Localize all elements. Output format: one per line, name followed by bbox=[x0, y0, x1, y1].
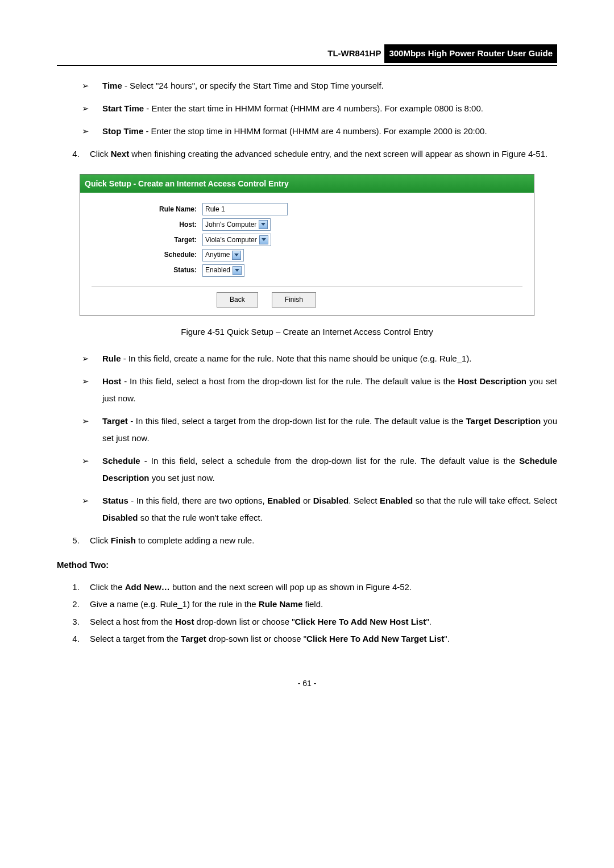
host-label: Host: bbox=[92, 217, 202, 232]
figure-4-51: Quick Setup - Create an Internet Access … bbox=[80, 174, 534, 316]
schedule-select[interactable]: Anytime bbox=[202, 249, 244, 261]
method-two-steps: Click the Add New… button and the next s… bbox=[57, 579, 557, 647]
step-5: Click Finish to complete adding a new ru… bbox=[82, 532, 557, 549]
m2-step-1: Click the Add New… button and the next s… bbox=[82, 579, 557, 596]
bullet-stop-time: Stop Time - Enter the stop time in HHMM … bbox=[82, 123, 557, 140]
target-select[interactable]: Viola's Computer bbox=[202, 234, 271, 246]
chevron-down-icon bbox=[233, 266, 242, 275]
schedule-label: Schedule: bbox=[92, 247, 202, 263]
chevron-down-icon bbox=[259, 235, 268, 244]
step-4-list: Click Next when finishing creating the a… bbox=[57, 146, 557, 163]
bullet-rule: Rule - In this field, create a name for … bbox=[82, 350, 557, 367]
time-bullets: Time - Select "24 hours", or specify the… bbox=[57, 77, 557, 140]
rule-name-input[interactable]: Rule 1 bbox=[202, 203, 288, 215]
chevron-down-icon bbox=[232, 251, 241, 260]
bullet-schedule: Schedule - In this field, select a sched… bbox=[82, 452, 557, 487]
figure-title: Quick Setup - Create an Internet Access … bbox=[80, 175, 534, 193]
page-number: - 61 - bbox=[57, 676, 557, 691]
m2-step-4: Select a target from the Target drop-sow… bbox=[82, 631, 557, 647]
bullet-time: Time - Select "24 hours", or specify the… bbox=[82, 77, 557, 94]
guide-title: 300Mbps High Power Router User Guide bbox=[384, 44, 557, 63]
status-select[interactable]: Enabled bbox=[202, 264, 244, 277]
field-desc-bullets: Rule - In this field, create a name for … bbox=[57, 350, 557, 526]
step-5-list: Click Finish to complete adding a new ru… bbox=[57, 532, 557, 549]
status-label: Status: bbox=[92, 263, 202, 278]
bullet-status: Status - In this field, there are two op… bbox=[82, 492, 557, 526]
bullet-start-time: Start Time - Enter the start time in HHM… bbox=[82, 100, 557, 117]
step-4: Click Next when finishing creating the a… bbox=[82, 146, 557, 163]
back-button[interactable]: Back bbox=[217, 292, 258, 308]
rule-name-label: Rule Name: bbox=[92, 202, 202, 217]
host-select[interactable]: John's Computer bbox=[202, 218, 271, 231]
chevron-down-icon bbox=[259, 220, 268, 229]
method-two-heading: Method Two: bbox=[57, 557, 557, 574]
m2-step-3: Select a host from the Host drop-down li… bbox=[82, 614, 557, 630]
figure-button-row: Back Finish bbox=[92, 286, 522, 311]
model-label: TL-WR841HP bbox=[327, 45, 384, 62]
m2-step-2: Give a name (e.g. Rule_1) for the rule i… bbox=[82, 596, 557, 613]
finish-button[interactable]: Finish bbox=[272, 292, 316, 308]
target-label: Target: bbox=[92, 232, 202, 248]
bullet-host: Host - In this field, select a host from… bbox=[82, 373, 557, 407]
bullet-target: Target - In this filed, select a target … bbox=[82, 413, 557, 447]
page-header: TL-WR841HP 300Mbps High Power Router Use… bbox=[57, 44, 557, 66]
figure-caption: Figure 4-51 Quick Setup – Create an Inte… bbox=[57, 324, 557, 340]
